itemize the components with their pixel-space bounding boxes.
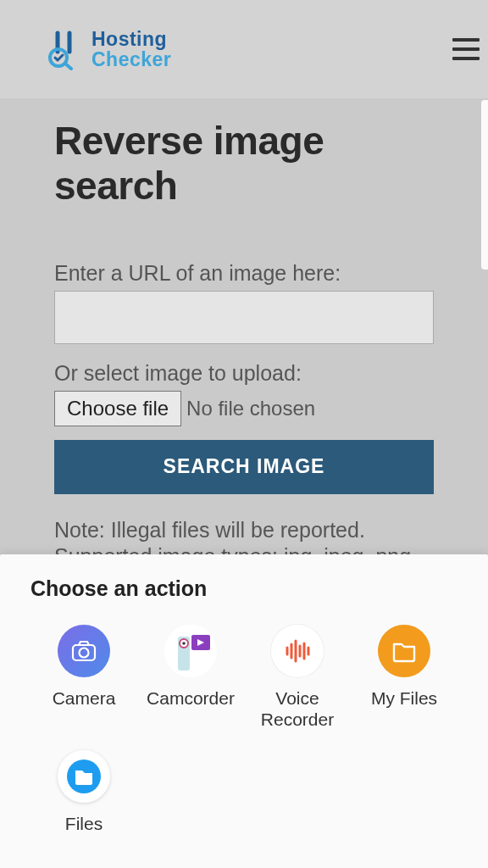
action-camera[interactable]: Camera — [30, 625, 137, 730]
voice-recorder-icon — [271, 625, 324, 677]
brand-logo[interactable]: Hosting Checker — [42, 28, 171, 70]
file-status-text: No file chosen — [186, 397, 315, 420]
hamburger-menu-icon[interactable] — [452, 38, 480, 60]
action-my-files[interactable]: My Files — [351, 625, 458, 730]
brand-line2: Checker — [92, 49, 171, 70]
camera-icon — [58, 625, 110, 677]
action-label: Camera — [53, 687, 116, 709]
action-files[interactable]: Files — [30, 750, 137, 834]
page-title: Reverse image search — [54, 119, 434, 209]
svg-point-6 — [182, 642, 186, 645]
app-header: Hosting Checker — [0, 0, 488, 98]
action-voice-recorder[interactable]: Voice Recorder — [244, 625, 351, 730]
logo-icon — [42, 28, 85, 70]
action-label: My Files — [371, 687, 437, 709]
files-icon — [58, 750, 110, 803]
choose-file-button[interactable]: Choose file — [54, 391, 181, 426]
main-content: Reverse image search Enter a URL of an i… — [0, 98, 488, 593]
action-sheet-title: Choose an action — [30, 576, 458, 601]
note-text: Note: Illegal files will be reported. — [54, 518, 434, 542]
svg-line-1 — [65, 64, 71, 69]
upload-label: Or select image to upload: — [54, 361, 434, 386]
action-camcorder[interactable]: Camcorder — [137, 625, 244, 730]
action-label: Voice Recorder — [244, 687, 351, 730]
url-input-label: Enter a URL of an image here: — [54, 261, 434, 286]
action-label: Files — [65, 813, 103, 834]
action-sheet-grid: Camera Camcorder — [30, 625, 458, 835]
my-files-icon — [378, 625, 430, 677]
svg-point-3 — [80, 648, 89, 658]
camcorder-icon — [164, 625, 217, 677]
scroll-indicator — [481, 100, 488, 270]
action-label: Camcorder — [147, 687, 235, 709]
file-picker-row: Choose file No file chosen — [54, 391, 434, 426]
action-sheet: Choose an action Camera — [0, 554, 488, 868]
search-image-button[interactable]: SEARCH IMAGE — [54, 440, 434, 494]
brand-text: Hosting Checker — [92, 29, 171, 70]
brand-line1: Hosting — [92, 29, 171, 49]
url-input[interactable] — [54, 291, 434, 344]
